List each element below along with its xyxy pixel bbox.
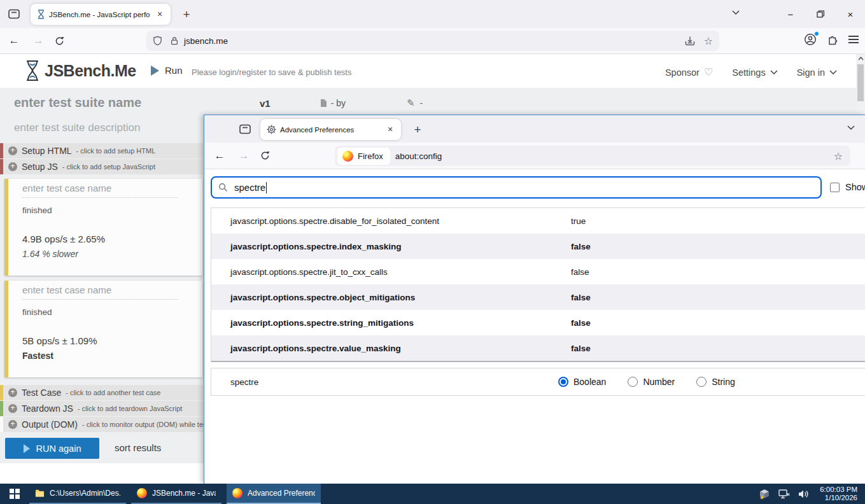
add-pref-name: spectre bbox=[211, 377, 558, 387]
lock-icon[interactable] bbox=[170, 36, 179, 46]
pref-row[interactable]: javascript.options.spectre.value_masking… bbox=[211, 335, 865, 361]
reload-icon[interactable] bbox=[55, 36, 64, 46]
scrollbar-thumb[interactable] bbox=[857, 64, 864, 101]
pref-row[interactable]: javascript.options.spectre.object_mitiga… bbox=[211, 284, 865, 310]
taskbar-item-jsbench[interactable]: JSBench.me - JavaS... bbox=[131, 484, 222, 504]
radio-number[interactable]: Number bbox=[628, 377, 675, 387]
pref-row[interactable]: javascript.options.spectre.index_masking… bbox=[211, 234, 865, 259]
firefox-view-icon[interactable] bbox=[5, 6, 23, 22]
jsbench-favicon bbox=[37, 10, 45, 19]
reload-icon[interactable] bbox=[260, 151, 270, 160]
sort-results-link[interactable]: sort results bbox=[115, 442, 161, 453]
site-header: JSBench.Me Run Please login/register to … bbox=[0, 54, 865, 88]
radio-icon[interactable] bbox=[696, 377, 707, 387]
setup-js-row[interactable]: + Setup JS - click to add setup JavaScri… bbox=[0, 159, 203, 174]
radio-icon[interactable] bbox=[558, 377, 568, 387]
bookmark-star-icon[interactable]: ☆ bbox=[834, 150, 843, 162]
suite-bar: enter test suite name v1 - by ✎ - bbox=[0, 88, 856, 118]
list-tabs-chevron-icon[interactable] bbox=[847, 125, 855, 130]
firefox-view-icon[interactable] bbox=[236, 121, 254, 137]
test-case-name-input[interactable]: enter test case name bbox=[22, 284, 178, 300]
checkbox-icon[interactable] bbox=[830, 183, 840, 192]
url-text: jsbench.me bbox=[184, 36, 228, 46]
clock[interactable]: 6:00:03 PM 1/10/2026 bbox=[817, 486, 857, 503]
pref-table: javascript.options.spectre.disable_for_i… bbox=[211, 207, 865, 362]
save-page-icon[interactable] bbox=[685, 36, 695, 46]
taskbar-item-advanced-preferences[interactable]: Advanced Preferenc... bbox=[227, 484, 321, 504]
navigation-bar: ← → jsbench.me ☆ bbox=[0, 28, 865, 54]
test-case-name-input[interactable]: enter test case name bbox=[22, 183, 178, 198]
pref-row[interactable]: javascript.options.spectre.jit_to_cxx_ca… bbox=[211, 259, 865, 284]
pref-row[interactable]: javascript.options.spectre.string_mitiga… bbox=[211, 310, 865, 335]
chevron-down-icon bbox=[829, 70, 837, 74]
scroll-up-icon[interactable] bbox=[858, 57, 864, 60]
setup-html-row[interactable]: + Setup HTML - click to add setup HTML bbox=[0, 143, 203, 158]
url-bar[interactable]: Firefox about:config ☆ bbox=[335, 146, 850, 166]
suite-meta: v1 - by ✎ - bbox=[260, 97, 423, 109]
navigation-bar: ← → Firefox about:config ☆ bbox=[204, 143, 865, 169]
pref-type-radio-group: Boolean Number String bbox=[558, 377, 735, 387]
account-notification-dot bbox=[814, 31, 819, 36]
test-case-card-2[interactable]: enter test case name finished 5B ops/s ±… bbox=[4, 281, 202, 377]
close-tab-icon[interactable]: × bbox=[154, 9, 165, 20]
tab-advanced-preferences[interactable]: Advanced Preferences × bbox=[260, 119, 401, 140]
account-icon[interactable] bbox=[804, 33, 817, 46]
radio-string[interactable]: String bbox=[696, 377, 735, 387]
document-icon bbox=[320, 99, 327, 108]
radio-boolean[interactable]: Boolean bbox=[558, 377, 606, 387]
browser-window-config: Advanced Preferences × + ← → Firefox abo… bbox=[204, 115, 865, 484]
show-only-modified-checkbox[interactable]: Show bbox=[830, 182, 865, 192]
config-search-input[interactable]: spectre bbox=[211, 176, 822, 199]
new-tab-button[interactable]: + bbox=[409, 122, 426, 138]
bookmark-star-icon[interactable]: ☆ bbox=[704, 35, 713, 47]
close-tab-icon[interactable]: × bbox=[384, 124, 396, 136]
menu-hamburger-icon[interactable] bbox=[848, 34, 859, 45]
firefox-chip: Firefox bbox=[337, 148, 390, 165]
start-button[interactable] bbox=[0, 484, 29, 504]
test-case-note: 1.64 % slower bbox=[22, 249, 78, 259]
virtualbox-tray-icon[interactable] bbox=[759, 489, 770, 500]
test-case-ops: 4.9B ops/s ± 2.65% bbox=[22, 234, 105, 244]
output-dom-row[interactable]: + Output (DOM) - click to monitor output… bbox=[0, 417, 203, 432]
pref-row[interactable]: javascript.options.spectre.disable_for_i… bbox=[211, 208, 865, 234]
plus-circle-icon: + bbox=[8, 388, 17, 397]
tab-jsbench[interactable]: JSBench.me - JavaScript perform × bbox=[31, 4, 171, 25]
teardown-js-row[interactable]: + Teardown JS - click to add teardown Ja… bbox=[0, 401, 203, 416]
radio-icon[interactable] bbox=[628, 377, 638, 387]
new-tab-button[interactable]: + bbox=[178, 6, 195, 23]
extensions-puzzle-icon[interactable] bbox=[827, 34, 838, 45]
play-icon bbox=[151, 66, 159, 76]
minimize-button[interactable]: − bbox=[784, 8, 798, 20]
run-again-button[interactable]: RUN again bbox=[5, 438, 99, 459]
restore-button[interactable] bbox=[813, 8, 827, 20]
play-icon bbox=[24, 444, 30, 453]
settings-menu[interactable]: Settings bbox=[732, 67, 777, 78]
forward-icon[interactable]: → bbox=[29, 34, 47, 47]
sponsor-link[interactable]: Sponsor ♡ bbox=[665, 66, 713, 78]
jsbench-logo[interactable]: JSBench.Me bbox=[24, 60, 136, 81]
suite-modified: - bbox=[420, 98, 423, 108]
close-window-button[interactable]: × bbox=[843, 8, 857, 20]
run-button[interactable]: Run bbox=[151, 65, 183, 76]
back-icon[interactable]: ← bbox=[5, 34, 23, 47]
text-caret bbox=[266, 182, 267, 193]
add-pref-row: spectre Boolean Number String bbox=[211, 368, 865, 396]
url-bar[interactable]: jsbench.me ☆ bbox=[146, 31, 719, 51]
test-case-card-1[interactable]: enter test case name finished 4.9B ops/s… bbox=[4, 179, 202, 276]
back-icon[interactable]: ← bbox=[211, 150, 229, 162]
suite-name-input[interactable]: enter test suite name bbox=[14, 95, 141, 110]
volume-tray-icon[interactable] bbox=[798, 489, 809, 499]
add-test-case-row[interactable]: + Test Case - click to add another test … bbox=[0, 385, 203, 400]
signin-menu[interactable]: Sign in bbox=[797, 67, 837, 78]
taskbar-item-explorer[interactable]: C:\Users\Admin\Des... bbox=[29, 484, 126, 504]
heart-icon: ♡ bbox=[704, 66, 713, 78]
firefox-logo-icon bbox=[232, 488, 243, 498]
list-tabs-chevron-icon[interactable] bbox=[732, 10, 740, 15]
forward-icon[interactable]: → bbox=[235, 150, 253, 162]
network-tray-icon[interactable] bbox=[778, 489, 790, 499]
tab-title: Advanced Preferences bbox=[280, 126, 381, 134]
shield-icon[interactable] bbox=[153, 36, 162, 46]
header-menu: Sponsor ♡ Settings Sign in bbox=[665, 66, 837, 78]
firefox-logo-icon bbox=[342, 151, 353, 162]
suite-description-input[interactable]: enter test suite description bbox=[14, 122, 140, 134]
